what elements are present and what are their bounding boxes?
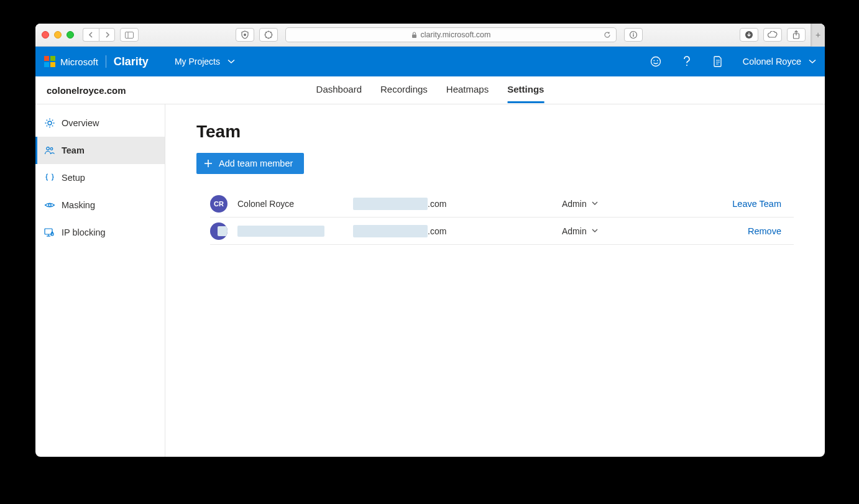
svg-point-22	[686, 65, 687, 66]
role-dropdown[interactable]: Admin	[562, 226, 686, 236]
tab-heatmaps[interactable]: Heatmaps	[446, 77, 489, 103]
svg-rect-12	[412, 34, 416, 38]
sidebar-item-masking[interactable]: Masking	[35, 191, 165, 219]
svg-point-2	[244, 34, 246, 36]
app-header: Microsoft Clarity My Projects Colonel Ro…	[35, 47, 825, 76]
sidebar-item-team[interactable]: Team	[35, 137, 165, 164]
svg-line-31	[47, 120, 47, 121]
redacted-text	[237, 226, 324, 237]
add-team-member-button[interactable]: Add team member	[196, 153, 304, 174]
extensions-button[interactable]	[259, 28, 278, 42]
privacy-report-button[interactable]	[236, 28, 254, 42]
titlebar: clarity.microsoft.com +	[35, 24, 825, 47]
remove-member-link[interactable]: Remove	[748, 226, 781, 236]
downloads-button[interactable]	[740, 28, 758, 42]
tab-settings[interactable]: Settings	[507, 77, 544, 103]
share-button[interactable]	[787, 28, 806, 42]
document-icon[interactable]	[712, 55, 724, 68]
brand-divider	[106, 55, 106, 68]
redacted-text	[353, 225, 428, 237]
sidebar-item-label: Team	[62, 145, 85, 155]
team-member-row: .com Admin Remove	[210, 218, 794, 245]
main-content: Team Add team member CR Colonel Royce .c…	[165, 104, 825, 457]
sidebar-item-label: Masking	[62, 200, 95, 210]
sidebar: Overview Team Setup Masking	[35, 104, 165, 457]
microsoft-logo-icon	[44, 56, 55, 67]
email-suffix: .com	[428, 226, 446, 236]
tabs: Dashboard Recordings Heatmaps Settings	[316, 77, 544, 103]
lock-icon	[411, 32, 417, 39]
body: Overview Team Setup Masking	[35, 104, 825, 457]
close-window-button[interactable]	[42, 31, 49, 39]
team-list: CR Colonel Royce .com Admin Leave Team	[210, 190, 794, 245]
avatar	[210, 222, 227, 240]
gear-icon	[44, 117, 55, 129]
role-dropdown[interactable]: Admin	[562, 199, 686, 209]
email-suffix: .com	[428, 199, 446, 209]
new-tab-button[interactable]: +	[811, 24, 825, 47]
braces-icon	[44, 172, 55, 183]
sidebar-item-label: Setup	[62, 173, 85, 183]
mask-icon	[44, 199, 55, 211]
refresh-icon[interactable]	[604, 31, 611, 39]
nav-back-forward	[83, 28, 115, 42]
svg-point-36	[50, 148, 53, 150]
maximize-window-button[interactable]	[67, 31, 74, 39]
window-controls	[42, 31, 74, 39]
avatar: CR	[210, 195, 227, 213]
svg-line-32	[52, 126, 53, 126]
svg-point-21	[656, 60, 658, 62]
tab-dashboard[interactable]: Dashboard	[316, 77, 362, 103]
member-name: Colonel Royce	[237, 199, 343, 209]
svg-point-35	[47, 147, 50, 150]
help-icon[interactable]	[681, 55, 693, 68]
page-info-button[interactable]	[624, 28, 643, 42]
browser-window: clarity.microsoft.com + Microsoft	[35, 24, 825, 457]
projects-label: My Projects	[175, 57, 220, 66]
projects-dropdown[interactable]: My Projects	[175, 57, 235, 66]
svg-point-14	[633, 32, 634, 34]
user-name: Colonel Royce	[743, 57, 801, 66]
icloud-tabs-button[interactable]	[763, 28, 782, 42]
microsoft-logo[interactable]: Microsoft	[44, 56, 98, 67]
project-name: colonelroyce.com	[47, 85, 126, 96]
url-text: clarity.microsoft.com	[421, 30, 491, 39]
role-label: Admin	[562, 199, 587, 209]
sidebar-toggle-button[interactable]	[120, 28, 139, 42]
redacted-text	[353, 198, 428, 210]
product-name[interactable]: Clarity	[114, 55, 149, 68]
sidebar-item-label: Overview	[62, 118, 99, 128]
minimize-window-button[interactable]	[54, 31, 62, 39]
header-right: Colonel Royce	[650, 55, 816, 68]
chevron-down-icon	[592, 229, 598, 233]
microsoft-text: Microsoft	[60, 57, 98, 67]
sidebar-item-label: IP blocking	[62, 227, 106, 237]
chevron-down-icon	[227, 59, 235, 64]
leave-team-link[interactable]: Leave Team	[732, 199, 781, 209]
sidebar-item-overview[interactable]: Overview	[35, 109, 165, 137]
ipblock-icon	[44, 227, 55, 238]
sidebar-item-ipblocking[interactable]: IP blocking	[35, 219, 165, 246]
svg-rect-0	[126, 32, 134, 38]
tab-recordings[interactable]: Recordings	[380, 77, 428, 103]
member-email: .com	[353, 198, 552, 210]
svg-point-19	[651, 57, 660, 66]
member-email: .com	[353, 225, 552, 237]
address-bar[interactable]: clarity.microsoft.com	[285, 27, 617, 42]
chevron-down-icon	[592, 201, 598, 206]
svg-line-33	[47, 126, 47, 126]
team-member-row: CR Colonel Royce .com Admin Leave Team	[210, 190, 794, 218]
feedback-icon[interactable]	[650, 55, 662, 68]
chevron-down-icon	[809, 59, 816, 64]
people-icon	[44, 145, 55, 156]
member-name	[237, 226, 343, 237]
forward-button[interactable]	[99, 28, 115, 42]
svg-point-26	[48, 121, 52, 125]
back-button[interactable]	[83, 28, 99, 42]
user-menu[interactable]: Colonel Royce	[743, 57, 816, 66]
svg-point-20	[653, 60, 655, 62]
page-title: Team	[196, 122, 794, 142]
sidebar-item-setup[interactable]: Setup	[35, 164, 165, 191]
svg-line-34	[52, 120, 53, 121]
svg-point-37	[48, 204, 51, 206]
